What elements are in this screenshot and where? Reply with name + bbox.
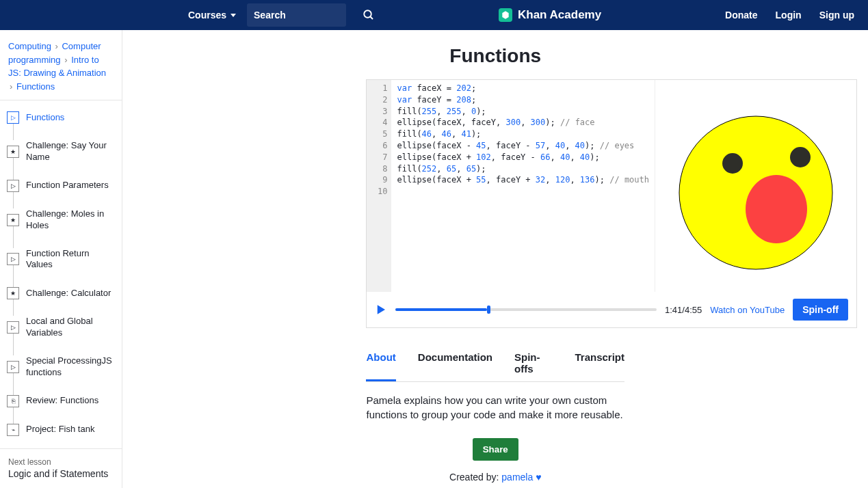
lesson-item[interactable]: ▷Functions bbox=[7, 103, 122, 132]
project-icon: ⌁ bbox=[7, 424, 19, 436]
next-lesson-title: Logic and if Statements bbox=[8, 468, 114, 479]
breadcrumb: Computing › Computer programming › Intro… bbox=[0, 30, 122, 100]
svg-point-0 bbox=[364, 10, 371, 18]
watch-youtube-link[interactable]: Watch on YouTube bbox=[710, 305, 785, 315]
code-panel: 12345678910 var faceX = 202; var faceY =… bbox=[367, 80, 655, 292]
search-icon[interactable] bbox=[363, 9, 375, 21]
creator-link[interactable]: pamela bbox=[501, 472, 533, 483]
progress-bar[interactable] bbox=[395, 308, 657, 311]
svg-line-1 bbox=[370, 16, 373, 19]
lesson-label: Challenge: Say Your Name bbox=[26, 140, 115, 163]
brand[interactable]: Khan Academy bbox=[375, 8, 725, 22]
code-gutter: 12345678910 bbox=[367, 80, 391, 292]
lesson-item[interactable]: ▷Function Parameters bbox=[7, 172, 122, 200]
star-icon: ★ bbox=[7, 287, 19, 299]
breadcrumb-functions[interactable]: Functions bbox=[16, 81, 55, 92]
time-display: 1:41/4:55 bbox=[665, 305, 702, 315]
donate-link[interactable]: Donate bbox=[725, 10, 757, 21]
lesson-label: Project: Fish tank bbox=[26, 424, 94, 435]
play-button[interactable] bbox=[375, 303, 387, 316]
video-area: 12345678910 var faceX = 202; var faceY =… bbox=[366, 79, 857, 328]
lesson-item[interactable]: ▷Function Return Values bbox=[7, 240, 122, 280]
svg-point-5 bbox=[746, 175, 807, 243]
lesson-label: Challenge: Calculator bbox=[26, 288, 111, 299]
tabs: AboutDocumentationSpin-offsTranscript bbox=[366, 344, 624, 382]
courses-label: Courses bbox=[188, 10, 226, 21]
play-icon: ▷ bbox=[7, 111, 19, 124]
code-content: var faceX = 202; var faceY = 208; fill(2… bbox=[391, 80, 655, 292]
brand-text: Khan Academy bbox=[518, 8, 601, 22]
face-drawing bbox=[667, 90, 845, 282]
progress-fill bbox=[395, 308, 487, 311]
lesson-list: ▷Functions★Challenge: Say Your Name▷Func… bbox=[0, 100, 122, 444]
search-input[interactable] bbox=[254, 10, 339, 21]
play-icon: ▷ bbox=[7, 253, 19, 265]
progress-thumb[interactable] bbox=[487, 306, 490, 314]
star-icon: ★ bbox=[7, 146, 19, 158]
lesson-label: Function Return Values bbox=[26, 248, 115, 271]
svg-point-3 bbox=[722, 153, 743, 174]
header: Courses Khan Academy Donate Login Sign u… bbox=[0, 0, 868, 30]
lesson-item[interactable]: ★Challenge: Calculator bbox=[7, 279, 122, 308]
breadcrumb-computing[interactable]: Computing bbox=[8, 41, 51, 51]
lesson-label: Review: Functions bbox=[26, 395, 98, 407]
tab-documentation[interactable]: Documentation bbox=[418, 344, 492, 381]
share-button[interactable]: Share bbox=[473, 438, 518, 461]
lesson-item[interactable]: ⎘Review: Functions bbox=[7, 387, 122, 416]
main: Functions 12345678910 var faceX = 202; v… bbox=[122, 30, 868, 488]
doc-icon: ⎘ bbox=[7, 395, 19, 407]
page-title: Functions bbox=[122, 30, 868, 79]
signup-link[interactable]: Sign up bbox=[819, 10, 854, 21]
canvas-output bbox=[655, 80, 856, 292]
search-box[interactable] bbox=[247, 3, 346, 27]
content: Computing › Computer programming › Intro… bbox=[0, 30, 868, 488]
login-link[interactable]: Login bbox=[776, 10, 802, 21]
courses-dropdown[interactable]: Courses bbox=[188, 10, 236, 21]
lesson-item[interactable]: ★Challenge: Say Your Name bbox=[7, 132, 122, 172]
lesson-label: Function Parameters bbox=[26, 180, 109, 191]
created-by: Created by: pamela ♥ bbox=[122, 472, 868, 483]
video-controls: 1:41/4:55 Watch on YouTube Spin-off bbox=[367, 292, 856, 327]
next-lesson[interactable]: Next lesson Logic and if Statements bbox=[0, 448, 122, 487]
tab-spin-offs[interactable]: Spin-offs bbox=[514, 344, 553, 381]
code-canvas-row: 12345678910 var faceX = 202; var faceY =… bbox=[367, 80, 856, 292]
sidebar: Computing › Computer programming › Intro… bbox=[0, 30, 122, 488]
share-row: Share bbox=[122, 438, 868, 461]
lesson-item[interactable]: ▷Special ProcessingJS functions bbox=[7, 347, 122, 387]
logo-icon bbox=[499, 8, 512, 22]
tab-about[interactable]: About bbox=[366, 344, 395, 381]
lesson-item[interactable]: ★Challenge: Moles in Holes bbox=[7, 200, 122, 240]
next-lesson-label: Next lesson bbox=[8, 457, 114, 467]
lesson-label: Functions bbox=[26, 112, 64, 124]
lesson-item[interactable]: ▷Local and Global Variables bbox=[7, 308, 122, 347]
lesson-label: Local and Global Variables bbox=[26, 316, 115, 339]
tab-transcript[interactable]: Transcript bbox=[575, 344, 624, 381]
star-icon: ★ bbox=[7, 214, 19, 226]
created-label: Created by: bbox=[449, 472, 501, 483]
description: Pamela explains how you can write your o… bbox=[366, 382, 624, 433]
heart-icon: ♥ bbox=[536, 472, 541, 483]
play-icon: ▷ bbox=[7, 180, 19, 192]
lesson-label: Challenge: Moles in Holes bbox=[26, 208, 115, 232]
header-left: Courses bbox=[188, 3, 375, 27]
play-icon: ▷ bbox=[7, 361, 19, 373]
play-icon: ▷ bbox=[7, 321, 19, 334]
chevron-down-icon bbox=[231, 14, 236, 17]
header-right: Donate Login Sign up bbox=[725, 10, 854, 21]
svg-point-4 bbox=[790, 147, 811, 167]
lesson-item[interactable]: ⌁Project: Fish tank bbox=[7, 416, 122, 444]
lesson-label: Special ProcessingJS functions bbox=[26, 355, 115, 379]
spinoff-button[interactable]: Spin-off bbox=[793, 299, 848, 321]
